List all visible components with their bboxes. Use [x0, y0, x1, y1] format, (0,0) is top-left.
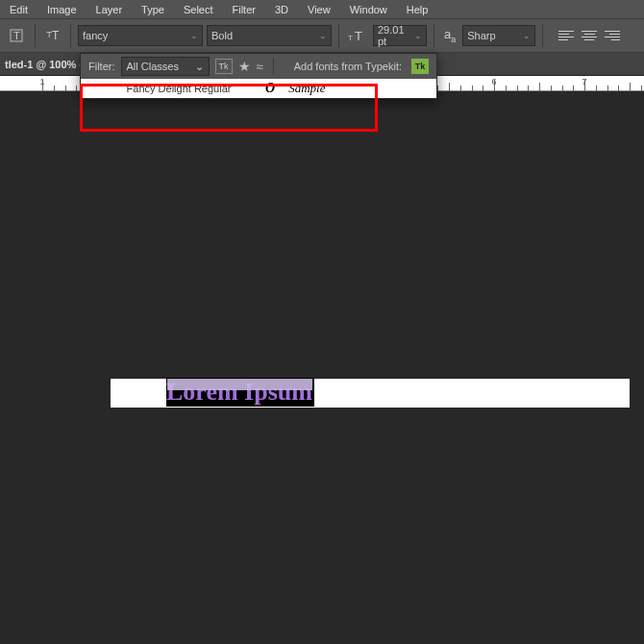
- menu-type[interactable]: Type: [132, 4, 174, 15]
- font-family-dropdown[interactable]: fancy ⌄: [78, 25, 203, 46]
- menu-layer[interactable]: Layer: [87, 4, 133, 15]
- menu-bar: Edit Image Layer Type Select Filter 3D V…: [0, 0, 644, 19]
- chevron-down-icon: ⌄: [414, 31, 422, 40]
- divider: [35, 24, 36, 47]
- favorite-filter-icon[interactable]: ★: [238, 59, 251, 74]
- font-result-row[interactable]: Fancy Delight Regular O Sample: [81, 79, 436, 98]
- font-result-sample: Sample: [288, 81, 325, 96]
- filter-label: Filter:: [88, 61, 115, 72]
- align-left-button[interactable]: [556, 25, 577, 46]
- font-family-value: fancy: [83, 30, 108, 41]
- menu-select[interactable]: Select: [174, 4, 223, 15]
- menu-filter[interactable]: Filter: [223, 4, 265, 15]
- menu-3d[interactable]: 3D: [265, 4, 298, 15]
- antialias-icon: aa: [444, 27, 456, 44]
- menu-help[interactable]: Help: [397, 4, 438, 15]
- align-center-button[interactable]: [579, 25, 600, 46]
- font-size-value: 29.01 pt: [378, 24, 414, 47]
- font-picker-panel: Filter: All Classes ⌄ Tk ★ ≈ Add fonts f…: [80, 53, 437, 99]
- divider: [433, 24, 434, 47]
- divider: [70, 24, 71, 47]
- font-filter-dropdown[interactable]: All Classes ⌄: [121, 57, 210, 76]
- divider: [542, 24, 543, 47]
- typekit-link-label: Add fonts from Typekit:: [294, 61, 402, 72]
- chevron-down-icon: ⌄: [319, 31, 327, 40]
- svg-text:⸆T: ⸆T: [46, 29, 60, 42]
- font-result-glyph: O: [265, 81, 275, 96]
- menu-image[interactable]: Image: [37, 4, 87, 15]
- font-size-dropdown[interactable]: 29.01 pt ⌄: [373, 25, 427, 46]
- divider: [273, 58, 274, 75]
- text-layer[interactable]: Lorem Ipsum: [166, 378, 314, 407]
- font-result-name: Fancy Delight Regular: [92, 83, 265, 94]
- font-filter-value: All Classes: [127, 61, 179, 72]
- text-selection-highlight: [167, 379, 312, 390]
- text-align-group: [556, 25, 623, 46]
- typekit-filter-icon[interactable]: Tk: [215, 59, 233, 74]
- font-panel-header: Filter: All Classes ⌄ Tk ★ ≈ Add fonts f…: [81, 54, 436, 79]
- align-right-button[interactable]: [602, 25, 623, 46]
- canvas[interactable]: Lorem Ipsum: [0, 91, 644, 644]
- font-style-dropdown[interactable]: Bold ⌄: [207, 25, 332, 46]
- options-bar: T ⸆T fancy ⌄ Bold ⌄ TT 29.01 pt ⌄ aa Sha…: [0, 19, 644, 53]
- text-orientation-icon[interactable]: ⸆T: [42, 25, 63, 46]
- svg-text:T: T: [348, 34, 353, 42]
- document-tab[interactable]: tled-1 @ 100% (: [5, 59, 83, 70]
- similar-filter-icon[interactable]: ≈: [257, 60, 263, 74]
- tool-preset-icon[interactable]: T: [5, 24, 28, 47]
- chevron-down-icon: ⌄: [195, 61, 204, 73]
- divider: [338, 24, 339, 47]
- chevron-down-icon: ⌄: [523, 31, 531, 40]
- antialias-value: Sharp: [467, 30, 495, 41]
- menu-edit[interactable]: Edit: [0, 4, 37, 15]
- font-size-icon: TT: [348, 28, 367, 43]
- antialias-dropdown[interactable]: Sharp ⌄: [462, 25, 535, 46]
- svg-text:T: T: [355, 29, 362, 43]
- menu-view[interactable]: View: [298, 4, 340, 15]
- font-style-value: Bold: [211, 30, 233, 41]
- svg-text:T: T: [13, 30, 20, 41]
- typekit-badge-icon[interactable]: Tk: [411, 59, 429, 74]
- chevron-down-icon: ⌄: [190, 31, 198, 40]
- menu-window[interactable]: Window: [340, 4, 397, 15]
